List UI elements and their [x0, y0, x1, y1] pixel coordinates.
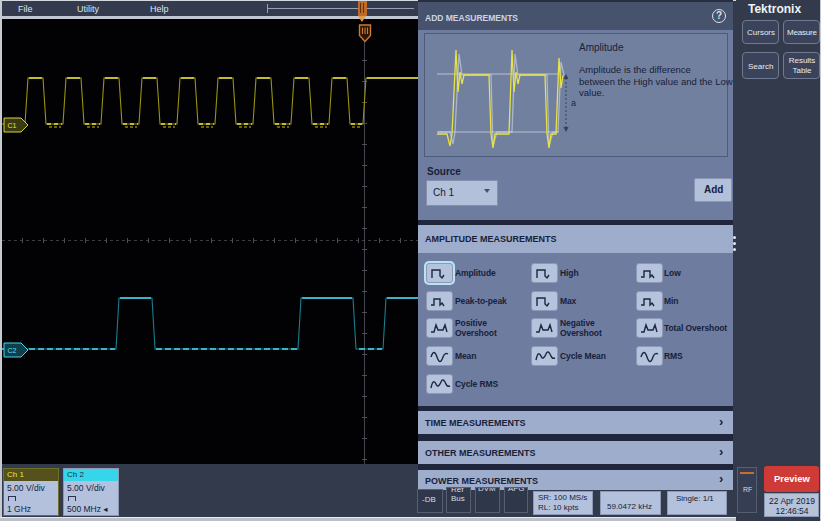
svg-text:a: a: [571, 98, 576, 108]
svg-text:C1: C1: [8, 122, 17, 129]
svg-text:C2: C2: [8, 347, 17, 354]
